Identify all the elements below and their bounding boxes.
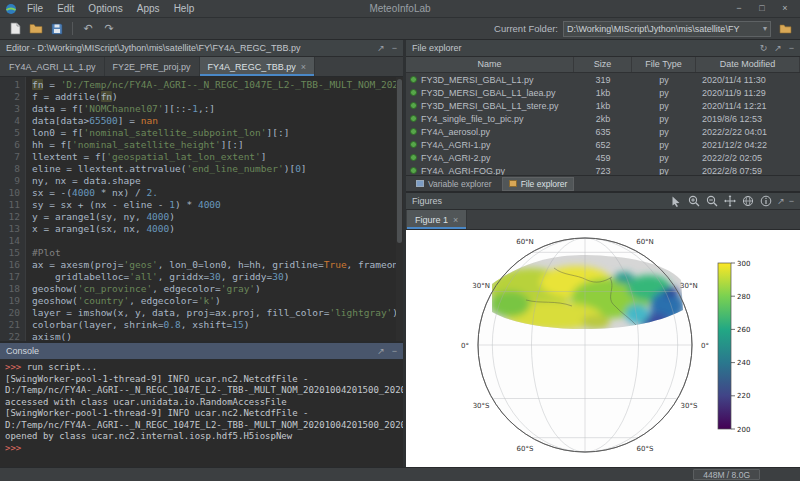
identify-info-button[interactable] [759,195,773,208]
minimize-panel-icon[interactable]: − [789,43,794,53]
console-panel: Console ↗ − >>> run script...[SwingWorke… [0,343,403,467]
float-panel-icon[interactable]: ↗ [777,196,785,206]
table-row[interactable]: FY4A_AGRI-FOG.py723py2022/2/8 07:59 [406,164,800,175]
lat-label: 0° [701,342,709,350]
table-row[interactable]: FY3D_MERSI_GBAL_L1.py319py2020/11/4 11:3… [406,73,800,86]
save-button[interactable] [48,20,66,38]
lat-label: 60°S [517,445,534,453]
python-file-icon [410,128,417,135]
file-date-cell: 2020/11/4 12:21 [696,101,800,111]
file-name: FY4_single_file_to_pic.py [421,114,524,124]
editor-tab[interactable]: FY2E_PRE_proj.py [105,57,200,76]
tab-variable-explorer[interactable]: Variable explorer [409,177,499,191]
file-explorer-header: File explorer ↻ ↗ − [406,40,800,57]
file-size-cell: 2kb [574,114,632,124]
menu-options[interactable]: Options [81,3,129,14]
current-folder-combobox[interactable]: D:\Working\MIScript\Jython\mis\satellite… [563,21,771,37]
file-name: FY4A_AGRI-2.py [421,153,491,163]
table-row[interactable]: FY4A_AGRI-2.py459py2022/2/2 02:05 [406,151,800,164]
file-explorer-panel: File explorer ↻ ↗ − NameSizeFile TypeDat… [406,40,800,193]
menu-items: FileEditOptionsAppsHelp [20,3,201,14]
file-type-cell: py [632,127,696,137]
table-row[interactable]: FY4A_AGRI-1.py652py2021/12/2 04:22 [406,138,800,151]
file-name-cell: FY3D_MERSI_GBAL_L1.py [406,75,574,85]
console-panel-title: Console [6,346,39,356]
minimize-panel-icon[interactable]: − [789,196,794,206]
file-name-cell: FY4A_aerosol.py [406,127,574,137]
menu-help[interactable]: Help [167,3,202,14]
tab-label: File explorer [521,179,568,189]
file-size-cell: 319 [574,75,632,85]
map-figure: 60°N60°N30°N30°N0°0°30°S30°S60°S60°S3002… [406,230,800,467]
browse-folder-button[interactable] [776,20,794,38]
column-header-file-type[interactable]: File Type [632,57,696,72]
file-explorer-title: File explorer [412,43,462,53]
menu-edit[interactable]: Edit [50,3,81,14]
column-header-date-modified[interactable]: Date Modified [696,57,800,72]
current-folder-value: D:\Working\MIScript\Jython\mis\satellite… [567,24,761,34]
new-script-button[interactable] [6,20,24,38]
open-file-button[interactable] [27,20,45,38]
float-panel-icon[interactable]: ↗ [377,43,385,53]
column-header-name[interactable]: Name [406,57,574,72]
pan-button[interactable] [723,195,737,208]
file-name: FY4A_aerosol.py [421,127,490,137]
file-type-cell: py [632,114,696,124]
table-row[interactable]: FY4_single_file_to_pic.py2kbpy2019/8/6 1… [406,112,800,125]
menu-file[interactable]: File [20,3,50,14]
file-type-cell: py [632,75,696,85]
tab-label: FY4A_REGC_TBB.py [208,62,296,72]
table-row[interactable]: FY4A_aerosol.py635py2022/2/22 04:01 [406,125,800,138]
figure-tab[interactable]: Figure 1 × [407,210,467,229]
menu-apps[interactable]: Apps [130,3,167,14]
memory-indicator[interactable]: 448M / 8.0G [693,469,760,480]
undo-button[interactable]: ↶ [79,20,97,38]
select-arrow-button[interactable] [669,195,683,208]
file-name: FY4A_AGRI-FOG.py [421,166,505,176]
menu-bar: FileEditOptionsAppsHelp MeteoInfoLab − □… [0,0,800,18]
editor-scrollbar-thumb[interactable] [397,79,402,243]
zoom-out-button[interactable] [705,195,719,208]
editor-scrollbar[interactable] [396,77,403,341]
float-panel-icon[interactable]: ↗ [377,346,385,356]
table-row[interactable]: FY3D_MERSI_GBAL_L1_stere.py1kbpy2020/11/… [406,99,800,112]
zoom-in-button[interactable] [687,195,701,208]
chevron-down-icon[interactable]: ▾ [761,24,767,33]
file-table: NameSizeFile TypeDate Modified FY3D_MERS… [406,57,800,175]
file-size-cell: 723 [574,166,632,176]
python-file-icon [410,167,417,174]
tab-label: FY2E_PRE_proj.py [113,62,191,72]
tab-close-icon[interactable]: × [453,215,458,225]
minimize-button[interactable]: − [728,1,750,17]
figure-canvas[interactable]: 60°N60°N30°N30°N0°0°30°S30°S60°S60°S3002… [406,230,800,467]
editor-tab[interactable]: FY4A_REGC_TBB.py× [200,57,315,76]
file-name-cell: FY4A_AGRI-FOG.py [406,166,574,176]
lat-label: 30°S [680,402,697,410]
close-button[interactable]: × [774,1,796,17]
globe-button[interactable] [741,195,755,208]
code-content[interactable]: fn = 'D:/Temp/nc/FY4A-_AGRI--_N_REGC_104… [26,77,403,341]
minimize-panel-icon[interactable]: − [392,346,397,356]
maximize-button[interactable]: □ [751,1,773,17]
tab-close-icon[interactable]: × [301,62,306,72]
colorbar-tick-label: 200 [737,426,750,434]
redo-button[interactable]: ↷ [100,20,118,38]
explorer-tabs: Variable explorerFile explorer [406,175,800,191]
table-row[interactable]: FY3D_MERSI_GBAL_L1_laea.py1kbpy2020/11/9… [406,86,800,99]
float-panel-icon[interactable]: ↗ [774,43,782,53]
figure-tabbar: Figure 1 × [406,210,800,230]
figures-panel-header: Figures [406,193,800,210]
file-table-body: FY3D_MERSI_GBAL_L1.py319py2020/11/4 11:3… [406,73,800,175]
tab-file-explorer[interactable]: File explorer [502,177,575,191]
colorbar-tick-label: 240 [737,359,750,367]
column-header-size[interactable]: Size [574,57,632,72]
editor-tab[interactable]: FY4A_AGRI_L1_1.py [1,57,105,76]
code-editor[interactable]: 12345678910111213141516171819202122 fn =… [0,77,403,341]
python-file-icon [410,115,417,122]
figures-panel-title: Figures [412,196,442,206]
file-date-cell: 2019/8/6 12:53 [696,114,800,124]
refresh-icon[interactable]: ↻ [760,43,768,53]
console-content[interactable]: >>> run script...[SwingWorker-pool-1-thr… [0,360,403,467]
toolbar-separator [72,22,73,35]
minimize-panel-icon[interactable]: − [392,43,397,53]
